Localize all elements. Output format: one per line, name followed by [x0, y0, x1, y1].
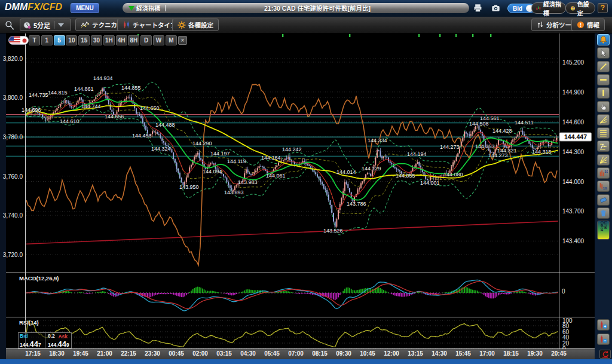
- rsi-panel-label: RSI(14): [19, 319, 39, 326]
- price-annotation: 144.080: [443, 172, 463, 178]
- price-annotation: 144.735: [29, 92, 48, 98]
- time-axis-label: 23:30: [145, 350, 160, 357]
- price-annotation: 144.508: [469, 121, 489, 127]
- chevron-down-icon: [58, 23, 64, 27]
- bar-count-tool-icon[interactable]: 10: [597, 167, 610, 179]
- price-annotation: 144.934: [93, 75, 113, 81]
- timeframe-tab-8H[interactable]: 8H: [128, 35, 139, 45]
- fibonacci-expansion-tool-icon: [599, 142, 608, 151]
- zoom-cursor-icon[interactable]: [5, 20, 15, 30]
- fibonacci-fan-tool-icon[interactable]: [597, 154, 610, 166]
- print-icon[interactable]: [473, 4, 482, 13]
- economic-news-ticker[interactable]: 経済指標 21:30 CAD 住宅建設許可件数[前月比]: [123, 3, 469, 13]
- candle-zoom-out-button[interactable]: [597, 334, 610, 345]
- bar-count-alt-tool-icon[interactable]: 10: [597, 181, 610, 192]
- time-axis-label: 13:15: [408, 350, 423, 357]
- plot-left-border: [25, 33, 26, 349]
- price-axis-label: 143.400: [562, 238, 584, 244]
- price-annotation: 144.353: [475, 143, 495, 149]
- timeframe-tab-1[interactable]: 1: [41, 35, 53, 45]
- economic-indicator-button[interactable]: 経済指標: [531, 2, 566, 14]
- alert-bell-icon[interactable]: [597, 34, 610, 45]
- price-annotation: 143.526: [323, 228, 343, 234]
- bar-count-tool-icon: 10: [599, 169, 608, 178]
- spread-cell: 0.2Ask: [45, 333, 72, 339]
- price-annotation: 144.273: [440, 144, 460, 150]
- horizontal-line-tool-icon[interactable]: [597, 74, 610, 85]
- time-axis-label: 04:30: [240, 350, 256, 357]
- time-axis-label: 02:00: [192, 350, 208, 357]
- technical-icon: [81, 21, 90, 29]
- price-annotation: 144.696: [22, 107, 41, 113]
- settings-button[interactable]: 各種設定: [172, 19, 219, 31]
- logo-dmm: DMM: [5, 2, 27, 12]
- price-annotation: 144.488: [155, 122, 175, 128]
- time-axis: 17:1518:3019:4521:0022:1523:3000:4502:00…: [6, 349, 595, 359]
- vertical-line-tool-icon[interactable]: [597, 87, 610, 99]
- timeframe-tab-M[interactable]: M: [166, 35, 177, 45]
- timeframe-tab-5[interactable]: 5: [54, 35, 65, 45]
- price-annotation: 144.334: [368, 137, 387, 143]
- window-bottom-edge: [0, 359, 612, 364]
- timeframe-tab-1H[interactable]: 1H: [103, 35, 115, 45]
- color-settings-label: 色設定: [577, 0, 590, 17]
- eraser-tool-icon[interactable]: [597, 194, 610, 206]
- timeframe-tab-30[interactable]: 30: [91, 35, 102, 45]
- timeframe-tab-15[interactable]: 15: [78, 35, 90, 45]
- currency-pair-flag-icon[interactable]: [8, 36, 29, 45]
- drawing-tools-sidebar: 1 1010Line Color: [595, 17, 612, 359]
- macd-panel-divider: [6, 273, 595, 273]
- price-annotation: 144.242: [282, 146, 302, 152]
- camera-icon[interactable]: [491, 4, 500, 13]
- menu-button[interactable]: MENU: [71, 3, 99, 13]
- price-annotation: 144.324: [151, 146, 171, 152]
- timeframe-tab-4H[interactable]: 4H: [116, 35, 127, 45]
- info-button[interactable]: 情報: [571, 19, 605, 31]
- cursor-icon: [599, 48, 608, 57]
- ticker-dropdown-icon: [128, 6, 134, 11]
- bid-ask-panel: Bid 0.2Ask 144.447 144.449: [18, 332, 72, 348]
- candlestick-icon: [123, 21, 130, 29]
- trash-tool-icon[interactable]: [597, 207, 610, 219]
- timeframe-tab-10[interactable]: 10: [66, 35, 77, 45]
- timeframe-tab-D[interactable]: D: [140, 35, 152, 45]
- secondary-axis-label: 3,760.0: [2, 173, 23, 179]
- fibonacci-fan-tool-icon: [599, 155, 608, 164]
- fan-lines-tool-icon[interactable]: [597, 114, 610, 126]
- price-annotation: 144.197: [210, 151, 230, 157]
- spread-value: 0.2: [48, 333, 55, 339]
- freehand-tool-icon[interactable]: [597, 101, 610, 112]
- timeframe-tab-T[interactable]: T: [29, 35, 40, 45]
- timeframe-tab-W[interactable]: W: [153, 35, 164, 45]
- bid-toggle-label: Bid: [513, 5, 522, 12]
- color-settings-button[interactable]: 色設定: [565, 2, 595, 14]
- cursor-icon[interactable]: [597, 47, 610, 59]
- fibonacci-expansion-tool-icon[interactable]: [597, 140, 610, 152]
- fibonacci-retracement-tool-icon[interactable]: [597, 127, 610, 139]
- bid-label: Bid: [19, 333, 45, 339]
- title-bar: DMMFX/CFD MENU 経済指標 21:30 CAD 住宅建設許可件数[前…: [0, 0, 612, 17]
- price-annotation: 143.983: [238, 179, 258, 185]
- price-chart-canvas[interactable]: [0, 0, 612, 364]
- candle-zoom-in-button[interactable]: [597, 319, 610, 331]
- palette-icon: [570, 5, 576, 12]
- macd-panel-label: MACD(12,26,9): [19, 275, 59, 282]
- line-color-button[interactable]: Line Color: [597, 221, 610, 240]
- secondary-axis-label: 3,720.0: [2, 251, 23, 258]
- price-annotation: 144.855: [121, 85, 141, 91]
- time-axis-label: 19:30: [527, 350, 543, 357]
- secondary-axis-label: 3,800.0: [2, 94, 23, 101]
- time-axis-label: 00:45: [169, 350, 184, 357]
- chart-reset-button[interactable]: [599, 350, 611, 359]
- price-axis-label: 145.200: [562, 59, 584, 65]
- timeframe-selector[interactable]: 5分足: [20, 19, 71, 31]
- price-annotation: 144.194: [407, 151, 427, 157]
- help-button[interactable]: ?: [598, 3, 608, 13]
- price-annotation: 144.650: [140, 105, 160, 111]
- price-annotation: 144.055: [396, 173, 415, 179]
- close-icon[interactable]: ×: [178, 36, 187, 45]
- price-annotation: 143.950: [179, 184, 199, 190]
- trendline-tool-icon[interactable]: [597, 61, 610, 72]
- economic-indicator-label: 経済指標: [543, 0, 561, 17]
- fan-lines-tool-icon: [599, 115, 608, 124]
